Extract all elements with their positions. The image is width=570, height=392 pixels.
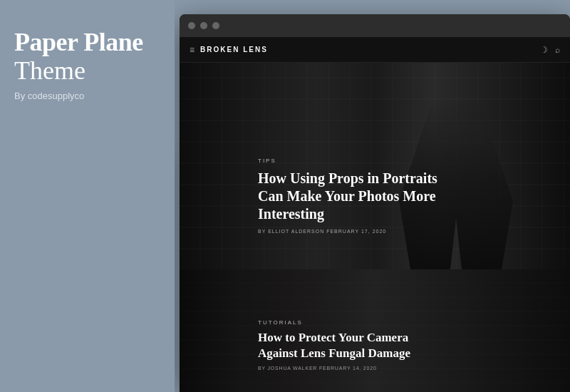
second-section: TUTORIALS How to Protect Your Camera Aga… <box>180 269 570 392</box>
moon-icon: ☽ <box>540 45 548 55</box>
left-panel: Paper Plane Theme By codesupplyco <box>0 0 175 392</box>
second-article-title[interactable]: How to Protect Your Camera Against Lens … <box>258 330 436 361</box>
second-article-content: TUTORIALS How to Protect Your Camera Aga… <box>258 319 436 371</box>
theme-author: By codesupplyco <box>14 91 160 101</box>
hero-content: TIPS How Using Props in Portraits Can Ma… <box>258 158 443 234</box>
browser-dot-1 <box>188 22 195 29</box>
hero-article-title[interactable]: How Using Props in Portraits Can Make Yo… <box>258 170 443 223</box>
hero-section: TIPS How Using Props in Portraits Can Ma… <box>180 63 570 269</box>
browser-titlebar <box>180 14 570 37</box>
second-category-label: TUTORIALS <box>258 319 436 326</box>
nav-right: ☽ ⌕ <box>540 45 560 55</box>
browser-window: ≡ BROKEN LENS ☽ ⌕ TIPS How Using Props i… <box>180 14 570 392</box>
site-logo: BROKEN LENS <box>200 46 268 53</box>
nav-left: ≡ BROKEN LENS <box>190 45 268 55</box>
theme-title-line1: Paper Plane <box>14 29 160 57</box>
search-button[interactable]: ⌕ <box>555 45 560 55</box>
search-icon: ⌕ <box>555 45 560 55</box>
second-byline: BY JOSHUA WALKER FEBRUARY 14, 2020 <box>258 366 436 371</box>
hero-category-label: TIPS <box>258 158 443 164</box>
browser-dot-2 <box>200 22 207 29</box>
theme-title-line2: Theme <box>14 57 160 86</box>
hamburger-icon: ≡ <box>190 45 195 55</box>
hero-byline: BY ELLIOT ALDERSON FEBRUARY 17, 2020 <box>258 229 443 234</box>
site-nav: ≡ BROKEN LENS ☽ ⌕ <box>180 37 570 63</box>
dark-mode-toggle[interactable]: ☽ <box>540 45 548 55</box>
browser-dot-3 <box>212 22 219 29</box>
nav-hamburger-button[interactable]: ≡ <box>190 45 195 55</box>
